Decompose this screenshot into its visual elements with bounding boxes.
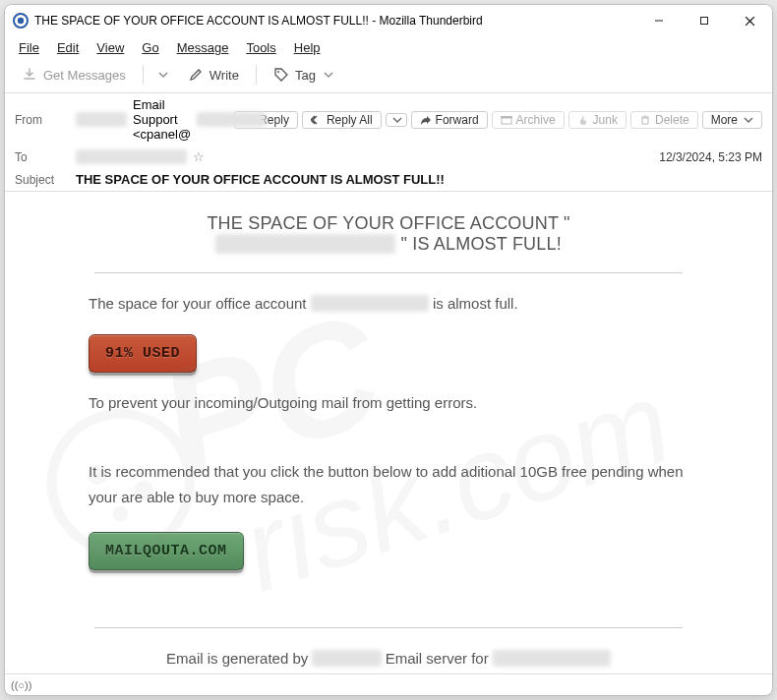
email-content: THE SPACE OF YOUR OFFICE ACCOUNT " XXXXX…: [89, 213, 688, 671]
window-controls: [636, 5, 772, 36]
separator: [256, 65, 257, 85]
to-row: To XXXXXXXXXXXXX ☆ 12/3/2024, 5:23 PM: [5, 146, 772, 168]
subject-label: Subject: [15, 173, 68, 187]
chevron-down-icon: [392, 115, 402, 125]
pencil-icon: [188, 67, 204, 83]
svg-rect-7: [502, 118, 511, 124]
from-display: Email Support <cpanel@: [133, 97, 191, 142]
menu-edit[interactable]: Edit: [49, 38, 87, 57]
status-bar: ((○)): [5, 673, 772, 695]
archive-button[interactable]: Archive: [492, 111, 565, 129]
tag-label: Tag: [295, 68, 316, 83]
app-window: THE SPACE OF YOUR OFFICE ACCOUNT IS ALMO…: [4, 4, 773, 696]
separator: [143, 65, 144, 85]
tag-icon: [273, 67, 289, 83]
redacted-text: XXXXXXXXXXXXX: [76, 149, 187, 164]
divider: [94, 627, 683, 628]
reply-all-button[interactable]: Reply All: [302, 111, 382, 129]
maximize-button[interactable]: [682, 5, 727, 36]
junk-button[interactable]: Junk: [568, 111, 627, 129]
from-row: From XXXXXX Email Support <cpanel@XXXXXX…: [5, 93, 772, 146]
svg-point-6: [277, 71, 279, 73]
header-actions: Reply Reply All Forward Archive Junk Del…: [234, 111, 762, 129]
get-messages-button[interactable]: Get Messages: [13, 63, 135, 87]
mail-paragraph: The space for your office account XXXXXX…: [89, 291, 688, 317]
svg-rect-8: [501, 116, 512, 118]
menu-help[interactable]: Help: [286, 38, 329, 57]
reply-all-dropdown[interactable]: [386, 113, 407, 127]
chevron-down-icon: [324, 70, 333, 80]
redacted-text: XXXXXXXXXXXXXXX: [215, 234, 395, 254]
trash-icon: [639, 114, 651, 126]
forward-button[interactable]: Forward: [411, 111, 488, 129]
mail-paragraph: To prevent your incoming/Outgoing mail f…: [89, 390, 688, 416]
chevron-down-icon: [158, 70, 168, 80]
window-title: THE SPACE OF YOUR OFFICE ACCOUNT IS ALMO…: [34, 14, 636, 28]
write-button[interactable]: Write: [179, 63, 248, 87]
close-button[interactable]: [727, 5, 772, 36]
menu-go[interactable]: Go: [134, 38, 166, 57]
delete-button[interactable]: Delete: [630, 111, 698, 129]
redacted-text: XXXXXXXXXXXX: [493, 650, 611, 667]
download-icon: [22, 67, 37, 83]
svg-rect-3: [701, 18, 708, 25]
title-bar: THE SPACE OF YOUR OFFICE ACCOUNT IS ALMO…: [5, 5, 772, 36]
tag-button[interactable]: Tag: [265, 63, 342, 87]
menu-message[interactable]: Message: [169, 38, 237, 57]
message-headers: From XXXXXX Email Support <cpanel@XXXXXX…: [5, 93, 772, 192]
message-date: 12/3/2024, 5:23 PM: [659, 150, 762, 164]
archive-icon: [501, 114, 512, 126]
redacted-text: XXXXXXXX: [197, 112, 265, 127]
flame-icon: [577, 114, 589, 126]
chevron-down-icon: [744, 115, 753, 125]
menu-bar: File Edit View Go Message Tools Help: [5, 36, 772, 59]
redacted-text: XXXXXX: [76, 112, 127, 127]
redacted-text: XXXXXXXXXXXX: [311, 295, 429, 312]
more-button[interactable]: More: [702, 111, 762, 129]
menu-view[interactable]: View: [89, 38, 132, 57]
menu-tools[interactable]: Tools: [238, 38, 283, 57]
get-messages-label: Get Messages: [43, 68, 126, 83]
mail-paragraph: It is recommended that you click the but…: [89, 459, 688, 510]
usage-badge[interactable]: 91% USED: [89, 334, 197, 373]
from-label: From: [15, 113, 68, 127]
divider: [94, 272, 683, 273]
contact-star-icon[interactable]: ☆: [193, 149, 205, 164]
activity-icon: ((○)): [11, 679, 31, 691]
menu-file[interactable]: File: [11, 38, 47, 57]
cta-button[interactable]: MAILQOUTA.COM: [89, 532, 244, 570]
to-label: To: [15, 150, 68, 164]
reply-all-icon: [311, 114, 323, 126]
to-value: XXXXXXXXXXXXX ☆: [76, 149, 651, 164]
svg-point-1: [18, 18, 24, 24]
write-label: Write: [209, 68, 239, 83]
toolbar: Get Messages Write Tag: [5, 59, 772, 93]
mail-footer: Email is generated by XXXXXXX Email serv…: [89, 646, 688, 671]
get-messages-dropdown[interactable]: [151, 66, 173, 84]
app-icon: [13, 13, 29, 29]
forward-icon: [420, 114, 432, 126]
from-value: XXXXXX Email Support <cpanel@XXXXXXXX> ☆: [76, 97, 226, 142]
message-body: PC risk.com THE SPACE OF YOUR OFFICE ACC…: [5, 192, 772, 673]
subject-value: THE SPACE OF YOUR OFFICE ACCOUNT IS ALMO…: [76, 172, 762, 187]
minimize-button[interactable]: [636, 5, 682, 36]
subject-row: Subject THE SPACE OF YOUR OFFICE ACCOUNT…: [5, 168, 772, 191]
mail-heading: THE SPACE OF YOUR OFFICE ACCOUNT " XXXXX…: [89, 213, 688, 255]
redacted-text: XXXXXXX: [312, 650, 381, 667]
